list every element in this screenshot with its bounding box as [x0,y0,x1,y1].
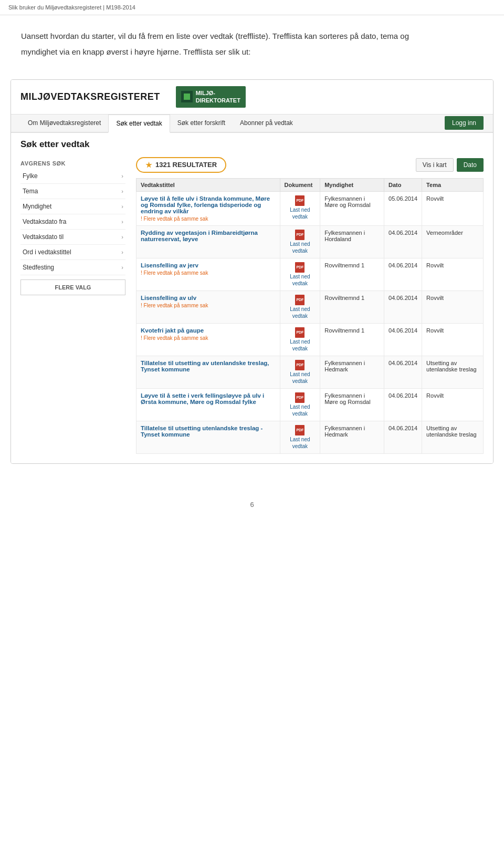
col-header-myndighet: Myndighet [320,178,384,191]
chevron-right-icon: › [121,188,123,194]
download-link[interactable]: PDFLast ned vedtak [285,262,316,287]
col-header-vedtakstittel: Vedtakstittel [136,178,280,191]
sidebar-item-vedtaksdato-til[interactable]: Vedtaksdato til › [20,230,125,245]
results-toolbar: ★ 1321 RESULTATER Vis i kart Dato [136,157,484,173]
vedtak-title-link[interactable]: Lisensfelling av ulv [141,295,276,301]
sidebar-item-fylke[interactable]: Fylke › [20,169,125,184]
tema-cell: Utsetting av utenlandske treslag [422,356,484,388]
table-row: Løyve til å sette i verk fellingsløyve p… [136,388,484,421]
download-label: Last ned vedtak [285,306,316,319]
agency-logo-text: MILJØ- DIREKTORATET [196,89,240,105]
sidebar: AVGRENS SØK Fylke › Tema › Myndighet › V… [20,157,125,454]
pdf-icon: PDF [295,262,304,273]
star-icon: ★ [145,161,152,169]
download-label: Last ned vedtak [285,338,316,352]
vedtak-title-cell: Løyve til å sette i verk fellingsløyve p… [136,388,280,421]
vedtak-title-link[interactable]: Lisensfelling av jerv [141,262,276,268]
dato-cell: 04.06.2014 [384,323,422,356]
chevron-right-icon: › [121,219,123,225]
chevron-right-icon: › [121,249,123,255]
nav-item-abonner[interactable]: Abonner på vedtak [233,115,300,132]
main-content: AVGRENS SØK Fylke › Tema › Myndighet › V… [11,152,493,463]
vedtak-title-link[interactable]: Løyve til å sette i verk fellingsløyve p… [141,392,276,405]
download-label: Last ned vedtak [285,403,316,417]
table-row: Løyve til å felle ulv i Stranda kommune,… [136,191,484,225]
sidebar-item-stedfesting[interactable]: Stedfesting › [20,260,125,275]
vedtak-title-cell: Lisensfelling av jerv! Flere vedtak på s… [136,258,280,291]
app-header: MILJØVEDTAKSREGISTERET MILJØ- DIREKTORAT… [11,80,493,115]
vedtak-note: ! Flere vedtak på samme sak [141,303,276,308]
download-link[interactable]: PDFLast ned vedtak [285,360,316,385]
sidebar-item-myndighet[interactable]: Myndighet › [20,199,125,214]
pdf-icon: PDF [295,360,304,370]
vedtak-title-link[interactable]: Løyve til å felle ulv i Stranda kommune,… [141,195,276,214]
vedtak-title-link[interactable]: Rydding av vegetasjon i Rimbareidtjørna … [141,230,276,242]
nav-item-forskrift[interactable]: Søk etter forskrift [170,115,233,132]
download-link[interactable]: PDFLast ned vedtak [285,230,316,254]
app-logo-text: MILJØVEDTAKSREGISTERET [20,91,160,102]
pdf-icon: PDF [295,195,304,206]
nav-login-button[interactable]: Logg inn [445,116,484,130]
download-link[interactable]: PDFLast ned vedtak [285,392,316,417]
date-button[interactable]: Dato [457,158,484,172]
table-row: Lisensfelling av jerv! Flere vedtak på s… [136,258,484,291]
sidebar-item-label: Vedtaksdato fra [23,218,66,225]
app-logo: MILJØVEDTAKSREGISTERET [20,91,160,102]
pdf-icon: PDF [295,230,304,240]
table-header: Vedtakstittel Dokument Myndighet Dato Te… [136,178,484,191]
chevron-right-icon: › [121,234,123,240]
doc-cell: PDFLast ned vedtak [280,291,320,323]
agency-logo-icon [181,91,193,102]
myndighet-cell: Rovviltnemnd 1 [320,323,384,356]
myndighet-cell: Fylkesmannen i Møre og Romsdal [320,191,384,225]
nav-item-vedtak[interactable]: Søk etter vedtak [108,115,170,133]
vedtak-title-cell: Lisensfelling av ulv! Flere vedtak på sa… [136,291,280,323]
col-header-dato: Dato [384,178,422,191]
dato-cell: 05.06.2014 [384,191,422,225]
map-button[interactable]: Vis i kart [416,158,454,172]
download-link[interactable]: PDFLast ned vedtak [285,295,316,319]
table-row: Rydding av vegetasjon i Rimbareidtjørna … [136,225,484,258]
table-row: Tillatelse til utsetting av utenlandske … [136,356,484,388]
doc-cell: PDFLast ned vedtak [280,191,320,225]
vedtak-title-link[interactable]: Tillatelse til utsetting utenlandske tre… [141,425,276,438]
download-link[interactable]: PDFLast ned vedtak [285,425,316,450]
dato-cell: 04.06.2014 [384,225,422,258]
sidebar-item-label: Stedfesting [23,264,54,271]
vedtak-note: ! Flere vedtak på samme sak [141,216,276,222]
sidebar-item-label: Tema [23,188,38,195]
sidebar-item-label: Ord i vedtakstittel [23,248,71,256]
app-screenshot: MILJØVEDTAKSREGISTERET MILJØ- DIREKTORAT… [10,79,494,464]
svg-rect-0 [184,94,190,100]
vedtak-title-cell: Tillatelse til utsetting utenlandske tre… [136,421,280,453]
table-row: Tillatelse til utsetting utenlandske tre… [136,421,484,453]
vedtak-title-link[interactable]: Tillatelse til utsetting av utenlandske … [141,360,276,372]
dato-cell: 04.06.2014 [384,356,422,388]
myndighet-cell: Rovviltnemnd 1 [320,291,384,323]
download-link[interactable]: PDFLast ned vedtak [285,195,316,220]
vedtak-title-link[interactable]: Kvotefri jakt på gaupe [141,327,276,334]
tema-cell: Utsetting av utenlandske treslag [422,421,484,453]
download-link[interactable]: PDFLast ned vedtak [285,327,316,352]
sidebar-item-tema[interactable]: Tema › [20,184,125,199]
tema-cell: Rovvilt [422,291,484,323]
download-label: Last ned vedtak [285,206,316,220]
page-title-bar: Søk etter vedtak [11,133,493,152]
sidebar-item-vedtaksdato-fra[interactable]: Vedtaksdato fra › [20,214,125,230]
col-header-dokument: Dokument [280,178,320,191]
intro-paragraph-2: myndighet via en knapp øverst i høyre hj… [21,46,430,58]
doc-cell: PDFLast ned vedtak [280,258,320,291]
dato-cell: 04.06.2014 [384,258,422,291]
results-area: ★ 1321 RESULTATER Vis i kart Dato Vedtak… [125,157,484,454]
chevron-right-icon: › [121,264,123,271]
vedtak-note: ! Flere vedtak på samme sak [141,335,276,341]
vedtak-title-cell: Rydding av vegetasjon i Rimbareidtjørna … [136,225,280,258]
sidebar-item-ord[interactable]: Ord i vedtakstittel › [20,245,125,260]
nav-item-om[interactable]: Om Miljøvedtaksregisteret [20,115,108,132]
download-label: Last ned vedtak [285,371,316,385]
results-table: Vedtakstittel Dokument Myndighet Dato Te… [136,178,484,454]
sidebar-more-button[interactable]: FLERE VALG [20,279,125,295]
download-label: Last ned vedtak [285,273,316,287]
sidebar-item-label: Myndighet [23,203,51,210]
page-title: Søk etter vedtak [20,139,484,150]
